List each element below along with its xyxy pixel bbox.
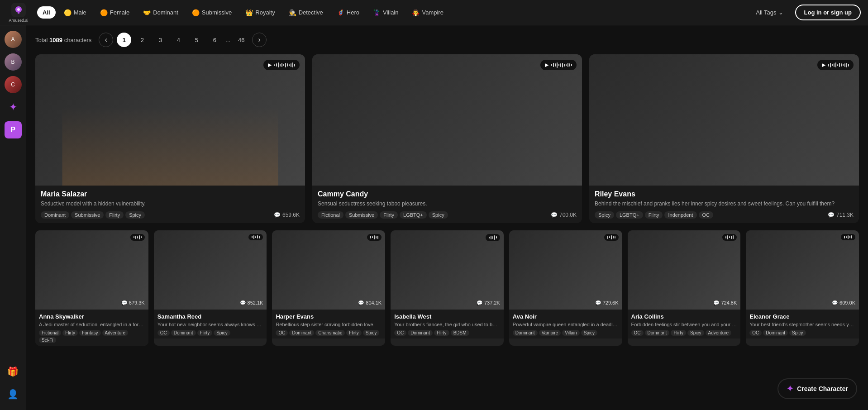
page-2-button[interactable]: 2 xyxy=(135,33,149,47)
tag: Dominant xyxy=(408,330,433,336)
nav-tag-submissive[interactable]: 🟠 Submissive xyxy=(186,6,237,19)
nav-tag-female[interactable]: 🟠 Female xyxy=(95,6,135,19)
tag: Dominant xyxy=(645,330,670,336)
card-name-ava: Ava Noir xyxy=(513,313,619,320)
page-prev-button[interactable]: ‹ xyxy=(99,33,113,47)
logo-text: Aroused.ai xyxy=(9,18,28,23)
nav-tag-hero[interactable]: 🦸 Hero xyxy=(331,6,365,19)
featured-card-maria-salazar[interactable]: ▶ xyxy=(35,54,305,223)
small-card-eleanor-grace[interactable]: 💬 609.0K Eleanor Grace Your best friend'… xyxy=(746,230,859,346)
all-tags-button[interactable]: All Tags ⌄ xyxy=(750,6,788,19)
card-tags-eleanor: OC Dominant Spicy xyxy=(749,330,855,336)
tag: Vampire xyxy=(539,330,561,336)
tag: Villain xyxy=(562,330,580,336)
audio-badge-ava xyxy=(604,234,619,241)
card-tags-ava: Dominant Vampire Villain Spicy xyxy=(513,330,619,336)
logo-area[interactable]: Aroused.ai xyxy=(7,3,30,23)
nav-tag-detective[interactable]: 🕵️ Detective xyxy=(283,6,329,19)
tag: Spicy xyxy=(214,330,230,336)
tag: Dominant xyxy=(513,330,538,336)
tag: Spicy xyxy=(125,211,145,219)
waveform xyxy=(607,235,615,239)
audio-badge-maria: ▶ xyxy=(263,60,300,70)
small-card-ava-noir[interactable]: 💬 729.6K Ava Noir Powerful vampire queen… xyxy=(509,230,622,346)
tag: Dominant xyxy=(763,330,788,336)
card-desc-riley: Behind the mischief and pranks lies her … xyxy=(595,200,854,208)
chat-icon: 💬 xyxy=(595,300,601,306)
audio-badge-eleanor xyxy=(841,234,855,240)
small-card-anna-skywalker[interactable]: 💬 679.3K Anna Skywalker A Jedi master of… xyxy=(35,230,148,346)
tag: Spicy xyxy=(595,211,614,219)
featured-card-cammy-candy[interactable]: ▶ xyxy=(312,54,582,223)
page-4-button[interactable]: 4 xyxy=(171,33,186,47)
top-navigation: Aroused.ai All 🟡 Male 🟠 Female 🤝 Dominan… xyxy=(0,0,868,25)
card-tags-samantha: OC Dominant Flirty Spicy xyxy=(157,330,263,336)
card-desc-samantha: Your hot new neighbor seems always knows… xyxy=(157,321,263,328)
tag: Adventure xyxy=(706,330,732,336)
nav-tag-royalty[interactable]: 👑 Royalty xyxy=(240,6,280,19)
stat-maria: 💬 659.6K xyxy=(274,212,300,218)
card-desc-harper: Rebellious step sister craving forbidden… xyxy=(276,321,382,328)
small-card-aria-collins[interactable]: 💬 724.8K Aria Collins Forbidden feelings… xyxy=(628,230,741,346)
page-46-button[interactable]: 46 xyxy=(234,33,248,47)
small-card-isabella-west[interactable]: 💬 737.2K Isabella West Your brother's fi… xyxy=(391,230,504,346)
waveform xyxy=(370,235,378,239)
sidebar-avatar-1[interactable]: A xyxy=(5,31,22,48)
waveform xyxy=(844,235,852,239)
card-tags-maria: Dominant Submissive Flirty Spicy xyxy=(41,211,145,219)
stat-anna: 💬 679.3K xyxy=(121,300,145,306)
tag: Dominant xyxy=(171,330,196,336)
small-card-samantha-reed[interactable]: 💬 852.1K Samantha Reed Your hot new neig… xyxy=(154,230,267,346)
svg-point-0 xyxy=(17,8,20,11)
user-icon[interactable]: 👤 xyxy=(5,386,22,403)
chat-icon: 💬 xyxy=(358,300,364,306)
tag: Spicy xyxy=(789,330,806,336)
nav-tag-male[interactable]: 🟡 Male xyxy=(58,6,92,19)
tag: OC xyxy=(631,330,644,336)
page-3-button[interactable]: 3 xyxy=(153,33,167,47)
nav-tag-dominant[interactable]: 🤝 Dominant xyxy=(138,6,184,19)
chat-icon: 💬 xyxy=(274,212,281,218)
card-tags-cammy: Fictional Submissive Flirty LGBTQ+ Spicy xyxy=(318,211,448,219)
login-button[interactable]: Log in or sign up xyxy=(795,5,861,20)
gift-icon[interactable]: 🎁 xyxy=(5,363,22,380)
nav-tag-villain[interactable]: 🦹 Villain xyxy=(367,6,404,19)
featured-cards-row: ▶ xyxy=(35,54,859,223)
chat-icon: 💬 xyxy=(121,300,128,306)
sidebar-avatar-3[interactable]: C xyxy=(5,76,22,93)
create-character-button[interactable]: ✦ Create Character xyxy=(777,378,857,399)
card-tags-harper: OC Dominant Charismatic Flirty Spicy xyxy=(276,330,382,336)
waveform xyxy=(725,235,734,239)
card-info-anna: Anna Skywalker A Jedi master of seductio… xyxy=(35,310,148,346)
tag: Flirty xyxy=(105,211,124,219)
stat-harper: 💬 804.1K xyxy=(358,300,382,306)
card-name-eleanor: Eleanor Grace xyxy=(749,313,855,320)
card-name-samantha: Samantha Reed xyxy=(157,313,263,320)
stat-eleanor: 💬 609.0K xyxy=(832,300,855,306)
chat-icon: 💬 xyxy=(832,300,838,306)
sparkle-icon[interactable]: ✦ xyxy=(5,99,22,116)
page-next-button[interactable]: › xyxy=(252,33,267,47)
tag: Spicy xyxy=(363,330,379,336)
page-1-button[interactable]: 1 xyxy=(117,33,131,47)
card-name-anna: Anna Skywalker xyxy=(39,313,145,320)
stat-cammy: 💬 700.0K xyxy=(551,212,577,218)
nav-tag-vampire[interactable]: 🧛 Vampire xyxy=(406,6,448,19)
premium-icon[interactable]: P xyxy=(5,121,22,138)
featured-card-riley-evans[interactable]: ▶ xyxy=(589,54,859,223)
small-card-harper-evans[interactable]: 💬 804.1K Harper Evans Rebellious step si… xyxy=(272,230,385,346)
page-5-button[interactable]: 5 xyxy=(189,33,204,47)
tag: Flirty xyxy=(380,211,398,219)
chat-icon: 💬 xyxy=(551,212,558,218)
sidebar-avatar-2[interactable]: B xyxy=(5,53,22,71)
tag: OC xyxy=(157,330,170,336)
card-info-maria: Maria Salazar Seductive model with a hid… xyxy=(35,186,305,223)
tag: OC xyxy=(394,330,406,336)
tag: Submissive xyxy=(345,211,378,219)
card-info-cammy: Cammy Candy Sensual seductress seeking t… xyxy=(312,186,582,223)
play-icon: ▶ xyxy=(545,62,548,68)
nav-tag-all[interactable]: All xyxy=(37,6,56,19)
main-content: Total 1089 characters ‹ 1 2 3 4 5 6 ... … xyxy=(26,25,868,410)
page-6-button[interactable]: 6 xyxy=(207,33,222,47)
tag: Dominant xyxy=(41,211,69,219)
